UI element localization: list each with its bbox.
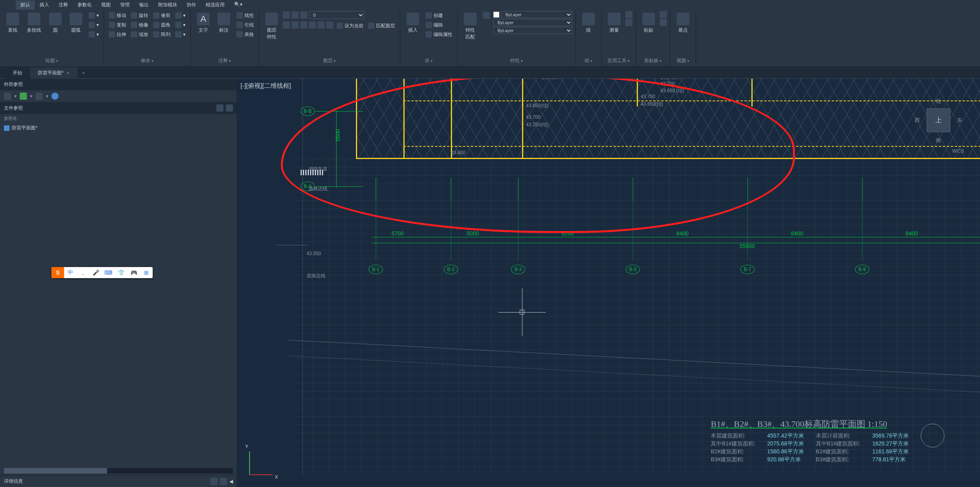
detail-icon-1[interactable] [210,478,218,485]
text-button[interactable]: A文字 [194,11,213,35]
设为当前-button[interactable]: 设为当前 [335,21,365,30]
color-picker-icon[interactable] [483,12,490,19]
编辑属性-button[interactable]: 编辑属性 [424,30,454,39]
表格-button[interactable]: 表格 [235,30,255,39]
创建-button[interactable]: 创建 [424,11,454,20]
ime-cell-4[interactable]: ⌨ [102,267,115,278]
copy-button[interactable]: 复制 [107,21,128,29]
ime-cell-2[interactable]: , [77,267,89,278]
ime-toolbar[interactable]: S中,🎤⌨👕🎮⊞ [51,267,153,278]
menu-协作[interactable]: 协作 [182,0,201,9]
ime-cell-5[interactable]: 👕 [115,267,127,278]
modify-extra-2[interactable]: ▾ [174,30,187,39]
layer-props-button[interactable]: 图层 特性 [262,11,281,42]
menu-输出[interactable]: 输出 [134,0,153,9]
layer-tool-0[interactable] [283,21,290,28]
attach-icon[interactable] [4,93,11,100]
sidebar-scrollbar[interactable] [4,468,233,474]
help-icon[interactable] [51,93,59,100]
fillet-icon [153,22,159,28]
copy-icon[interactable] [660,19,667,26]
menu-插入[interactable]: 插入 [35,0,54,9]
rotate-button[interactable]: 旋转 [129,11,150,20]
viewcube-face[interactable]: 上 [927,108,950,132]
detail-icon-2[interactable] [220,478,227,485]
直线-button[interactable]: 直线 [3,11,22,35]
array-button[interactable]: 阵列 [151,30,172,39]
cut-icon[interactable] [660,11,667,18]
layer-tool-2[interactable] [300,21,307,28]
layer-state-icon[interactable] [283,11,290,19]
tab-开始[interactable]: 开始 [5,67,30,79]
close-icon[interactable]: × [67,70,70,76]
ime-cell-7[interactable]: ⊞ [140,267,153,278]
menu-参数化[interactable]: 参数化 [73,0,96,9]
xref-item[interactable]: 防雷平面图* [0,123,237,133]
stretch-button[interactable]: 拉伸 [107,30,128,39]
modify-extra-1[interactable]: ▾ [174,21,187,29]
util-icon-1[interactable] [625,11,632,18]
menu-默认[interactable]: 默认 [16,0,35,9]
menu-管理[interactable]: 管理 [115,0,134,9]
match-props-button[interactable]: 特性 匹配 [461,11,480,42]
ime-cell-3[interactable]: 🎤 [89,267,102,278]
panel-group: 组 组 [576,9,602,66]
panel-title: 绘图 [3,57,100,65]
layer-select[interactable]: 0 [309,11,364,19]
layer-tool-3[interactable] [309,21,316,28]
basepoint-button[interactable]: 基点 [674,11,692,35]
tree-icon[interactable] [36,93,43,100]
lineweight-select[interactable]: ByLayer [493,27,572,34]
线性-button[interactable]: 线性 [235,11,255,20]
drawing-canvas[interactable]: [-][俯视][二维线框] B-1B-2B-3B-5B-7B-957005000… [237,79,980,487]
color-select[interactable]: ByLayer [501,11,572,18]
menu-精选应用[interactable]: 精选应用 [201,0,229,9]
move-button[interactable]: 移动 [107,11,128,20]
list-view-icon[interactable] [216,104,223,112]
insert-button[interactable]: 插入 [403,11,422,35]
stretch-icon [109,31,115,38]
ime-cell-0[interactable]: S [51,267,64,278]
search-icon[interactable]: 🔍▾ [229,0,247,9]
编辑-button[interactable]: 编辑 [424,21,454,29]
paste-button[interactable]: 粘贴 [639,11,658,35]
util-icon-2[interactable] [625,19,632,26]
draw-small-2[interactable]: ▾ [87,30,100,39]
menu-视图[interactable]: 视图 [96,0,115,9]
modify-extra-0[interactable]: ▾ [174,11,187,20]
draw-small-0[interactable]: ▾ [87,11,100,20]
scale-button[interactable]: 缩放 [129,30,150,39]
titleblock-cell: 4557.42平方米 [767,432,804,440]
tab-防雷平面图*[interactable]: 防雷平面图*× [30,67,78,79]
group-button[interactable]: 组 [579,11,598,35]
圆-button[interactable]: 圆 [46,11,65,35]
匹配图层-button[interactable]: 匹配图层 [367,21,397,30]
mirror-button[interactable]: 镜像 [129,21,150,29]
dim-button[interactable]: 标注 [214,11,233,35]
titleblock-cell: 920.88平方米 [767,456,804,463]
trim-button[interactable]: 修剪 [151,11,172,20]
fillet-button[interactable]: 圆角 [151,21,172,29]
layer-freeze-icon[interactable] [291,11,299,19]
引线-button[interactable]: 引线 [235,21,255,29]
ime-cell-1[interactable]: 中 [64,267,77,278]
dimension: 5700 [392,230,404,237]
collapse-icon[interactable]: ◀ [229,479,233,484]
menu-注释[interactable]: 注释 [54,0,73,9]
color-swatch[interactable] [493,11,499,18]
多段线-button[interactable]: 多段线 [24,11,44,35]
layer-lock-icon[interactable] [300,11,307,19]
tree-view-icon[interactable] [226,104,233,112]
measure-button[interactable]: 测量 [605,11,624,35]
draw-small-1[interactable]: ▾ [87,21,100,29]
refresh-icon[interactable] [20,93,27,100]
圆弧-button[interactable]: 圆弧 [66,11,85,35]
menu-附加模块[interactable]: 附加模块 [153,0,182,9]
ime-cell-6[interactable]: 🎮 [127,267,140,278]
layer-tool-1[interactable] [291,21,299,28]
layer-tool-5[interactable] [326,21,333,28]
viewcube[interactable]: 上 北 东 南 西 WCS [913,95,964,146]
layer-tool-4[interactable] [318,21,325,28]
linetype-select[interactable]: ByLayer [493,19,572,26]
add-tab-button[interactable]: + [78,68,90,78]
